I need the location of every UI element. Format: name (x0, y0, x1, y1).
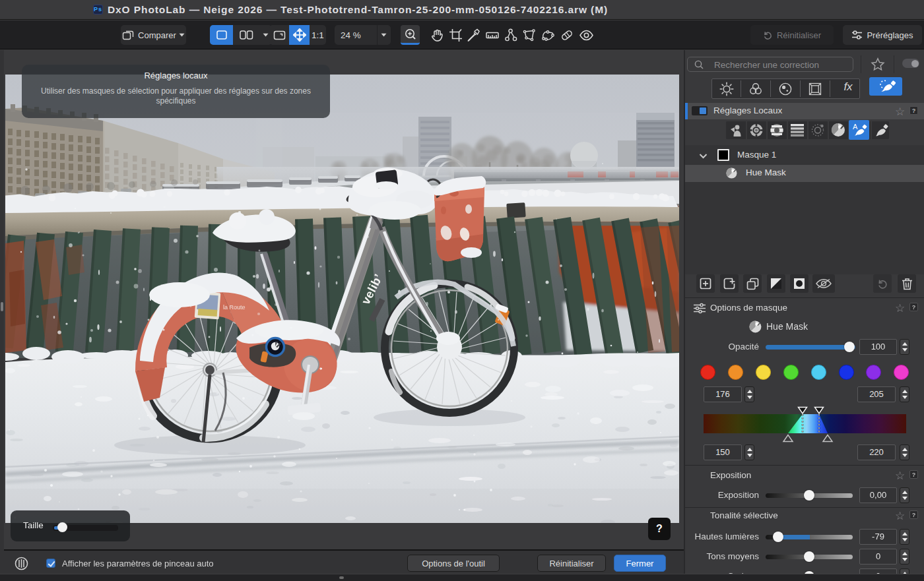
svg-text:la Route: la Route (223, 304, 246, 311)
svg-text:A: A (853, 123, 858, 131)
